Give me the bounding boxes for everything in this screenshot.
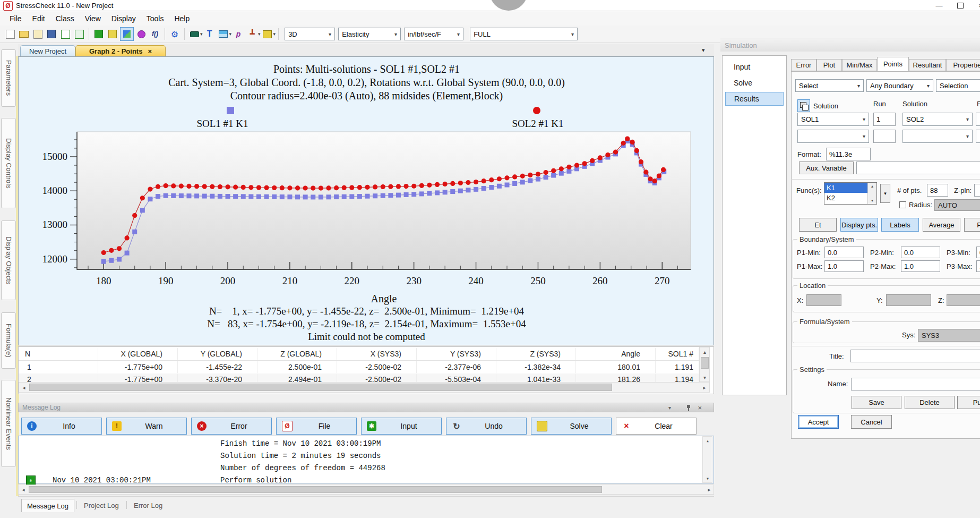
new-file-icon[interactable] (4, 28, 16, 40)
log-filter-error-button[interactable]: × Error (191, 418, 272, 435)
table-cell[interactable]: -2.377e-06 (417, 361, 496, 373)
multi-solution-icon[interactable] (797, 99, 810, 112)
import-file-icon[interactable] (31, 28, 44, 40)
maximize-button[interactable] (951, 1, 969, 10)
scroll-left-icon[interactable]: ◂ (20, 383, 28, 392)
mesh-icon[interactable] (188, 28, 201, 40)
log-filter-solve-button[interactable]: Solve (531, 418, 612, 435)
p2min-input[interactable]: 0.0 (901, 247, 940, 258)
units-select[interactable]: in/lbf/sec/F▾ (404, 28, 463, 40)
funcs-scrollbar[interactable]: ▴ ▾ (867, 183, 876, 204)
plot-button[interactable]: Plot (964, 218, 980, 232)
title-input[interactable] (850, 350, 980, 362)
labels-button[interactable]: Labels (881, 218, 919, 232)
close-button[interactable]: × (972, 1, 980, 10)
tab-new-project[interactable]: New Project (20, 45, 75, 56)
menu-file[interactable]: File (4, 13, 27, 24)
func-item-k1[interactable]: K1 (824, 183, 870, 193)
table-vscrollbar[interactable]: ▴ ▾ (699, 347, 710, 382)
scroll-up-icon[interactable]: ▴ (703, 437, 712, 445)
scroll-down-icon[interactable]: ▾ (871, 198, 873, 203)
table-cell[interactable]: 1 (19, 361, 98, 373)
tab-project-log[interactable]: Project Log (79, 499, 124, 512)
export-down-icon[interactable] (73, 28, 85, 40)
boundary-filter-dropdown[interactable]: Any Boundary▾ (866, 79, 933, 92)
message-log-body[interactable]: Finish time = Nov 10 2021 03:00:19PM Sol… (18, 436, 714, 483)
log-hscrollbar[interactable]: ◂ ▸ (18, 485, 714, 495)
sidebar-item-display-controls[interactable]: Display Controls (1, 118, 16, 208)
nav-solve[interactable]: Solve (725, 76, 784, 90)
function2-dropdown[interactable] (976, 130, 980, 143)
p2max-input[interactable]: 1.0 (901, 260, 940, 272)
export-up-icon[interactable] (59, 28, 72, 40)
pressure-icon[interactable]: p (232, 28, 245, 40)
et-button[interactable]: Et (799, 218, 837, 232)
table-hscrollbar[interactable]: ◂ ▸ (19, 382, 710, 393)
settings-gear-icon[interactable]: ⚙ (168, 28, 181, 40)
model-view-icon[interactable] (106, 28, 119, 40)
load-caret-icon[interactable]: ▾ (229, 31, 232, 37)
p1min-input[interactable]: 0.0 (824, 247, 864, 258)
select-mode-dropdown[interactable]: Select▾ (795, 79, 864, 92)
nav-input[interactable]: Input (725, 60, 784, 74)
scroll-down-icon[interactable]: ▾ (700, 373, 709, 381)
num-pts-input[interactable]: 88 (927, 184, 948, 197)
log-clear-button[interactable]: × Clear (616, 418, 697, 435)
menu-tools[interactable]: Tools (141, 13, 169, 24)
constraint-caret-icon[interactable]: ▾ (258, 31, 261, 37)
p3min-input[interactable]: 0.0 (976, 247, 980, 258)
aux-variable-input[interactable] (856, 162, 980, 174)
cancel-button[interactable]: Cancel (851, 415, 892, 429)
sidebar-item-parameters[interactable]: Parameters (1, 49, 16, 107)
log-filter-input-button[interactable]: ✱ Input (361, 418, 442, 435)
tab-resultant[interactable]: Resultant (909, 59, 946, 71)
sidebar-item-display-objects[interactable]: Display Objects (1, 220, 16, 300)
tab-error-log[interactable]: Error Log (128, 499, 168, 512)
sidebar-item-formulae[interactable]: Formula(e) (1, 312, 16, 369)
tab-points[interactable]: Points (877, 57, 909, 71)
column-header[interactable]: Z (SYS3) (496, 348, 576, 360)
scroll-up-icon[interactable]: ▴ (700, 348, 709, 356)
tab-message-log[interactable]: Message Log (21, 499, 74, 512)
menu-display[interactable]: Display (106, 13, 141, 24)
solution3-dropdown[interactable]: ▾ (797, 130, 869, 143)
scroll-thumb[interactable] (29, 384, 612, 391)
column-header[interactable]: Y (SYS3) (417, 348, 496, 360)
purge-button[interactable]: Purge (957, 396, 980, 409)
solve-caret-icon[interactable]: ▾ (273, 31, 276, 37)
column-header[interactable]: Z (GLOBAL) (257, 348, 337, 360)
table-cell[interactable]: 2.500e-01 (257, 361, 337, 373)
open-project-icon[interactable] (18, 28, 30, 40)
selection-dropdown[interactable]: Selection▾ (936, 79, 980, 92)
save-button[interactable]: Save (852, 396, 901, 409)
function1-dropdown[interactable] (976, 113, 980, 126)
thickness-icon[interactable]: T (203, 28, 216, 40)
scroll-right-icon[interactable]: ▸ (700, 383, 709, 392)
aux-variable-button[interactable]: Aux. Variable (799, 162, 854, 174)
column-header[interactable]: Y (GLOBAL) (178, 348, 257, 360)
accept-button[interactable]: Accept (798, 415, 839, 429)
scroll-thumb[interactable] (29, 486, 602, 493)
column-header[interactable]: N (19, 348, 98, 360)
solution4-dropdown[interactable]: ▾ (902, 130, 973, 143)
average-button[interactable]: Average (923, 218, 960, 232)
log-filter-info-button[interactable]: i Info (21, 418, 102, 435)
column-header[interactable]: Angle (576, 348, 656, 360)
func-item-k2[interactable]: K2 (824, 193, 870, 203)
tab-plot[interactable]: Plot (816, 59, 842, 71)
solution1-dropdown[interactable]: SOL1▾ (797, 113, 869, 126)
run1-input[interactable]: 1 (873, 113, 896, 126)
column-header[interactable]: X (SYS3) (337, 348, 417, 360)
tab-properties[interactable]: Properties (946, 59, 980, 71)
zpln-input[interactable] (974, 184, 980, 197)
results-view-icon[interactable] (135, 28, 148, 40)
display-view-icon[interactable] (120, 27, 134, 41)
p3max-input[interactable]: 1.0 (976, 260, 980, 272)
solve-toolbar-icon[interactable] (261, 28, 274, 40)
log-filter-warn-button[interactable]: ! Warn (106, 418, 187, 435)
scroll-thumb[interactable] (701, 357, 709, 369)
display-pts-button[interactable]: Display pts. (840, 218, 878, 232)
tab-minmax[interactable]: Min/Max (842, 59, 877, 71)
scroll-left-icon[interactable]: ◂ (19, 486, 28, 494)
table-cell[interactable]: -2.500e-02 (337, 361, 417, 373)
